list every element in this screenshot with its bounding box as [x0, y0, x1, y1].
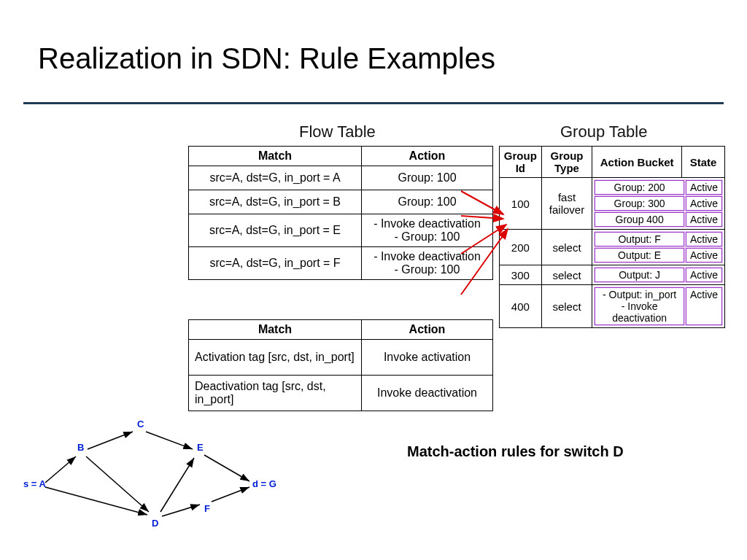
slide-title: Realization in SDN: Rule Examples: [38, 42, 495, 75]
svg-line-7: [45, 487, 147, 515]
col-group-id: Group Id: [500, 147, 542, 178]
bucket-state: Active: [686, 232, 722, 246]
node-f: F: [204, 503, 210, 514]
svg-line-5: [88, 432, 133, 449]
flow-table-2: Match Action Activation tag [src, dst, i…: [188, 319, 493, 411]
node-g: d = G: [252, 478, 276, 489]
bucket-state: Active: [686, 248, 722, 262]
group-table-label: Group Table: [560, 122, 647, 141]
bucket-item: Output: F: [595, 232, 684, 246]
svg-line-6: [86, 456, 149, 512]
bucket-state: Active: [686, 287, 722, 325]
table-row: src=A, dst=G, in_port = F- Invoke deacti…: [189, 247, 493, 280]
group-table: Group Id Group Type Action Bucket State …: [499, 146, 725, 328]
table-row: 300 select Output: JActive: [500, 265, 725, 285]
table-row: src=A, dst=G, in_port = E- Invoke deacti…: [189, 214, 493, 247]
col-group-type: Group Type: [541, 147, 592, 178]
table-row: 200 select Output: FActive Output: EActi…: [500, 230, 725, 265]
bucket-item: Group 400: [595, 212, 684, 227]
bucket-state: Active: [686, 196, 722, 211]
node-d: D: [152, 518, 158, 529]
svg-line-8: [146, 432, 193, 449]
node-c: C: [137, 419, 144, 429]
table-row: src=A, dst=G, in_port = BGroup: 100: [189, 190, 493, 214]
title-rule: [23, 102, 724, 104]
caption: Match-action rules for switch D: [407, 443, 624, 460]
bucket-item: Group: 200: [595, 180, 684, 195]
col-action: Action: [362, 147, 493, 166]
col-match: Match: [189, 147, 362, 166]
bucket-item: Output: J: [595, 268, 684, 282]
flow-table-label: Flow Table: [299, 122, 376, 141]
bucket-item: Group: 300: [595, 196, 684, 211]
node-a: s = A: [23, 478, 47, 489]
node-e: E: [197, 442, 204, 453]
flow-table-1: Match Action src=A, dst=G, in_port = AGr…: [188, 146, 493, 280]
bucket-item: - Output: in_port - Invoke deactivation: [595, 287, 684, 325]
table-row: 100 fast failover Group: 200Active Group…: [500, 178, 725, 230]
col-action-bucket: Action Bucket: [592, 147, 682, 178]
bucket-state: Active: [686, 180, 722, 195]
col-action: Action: [362, 320, 493, 340]
node-b: B: [77, 442, 84, 453]
svg-line-12: [212, 487, 249, 502]
svg-line-9: [160, 458, 194, 512]
svg-line-10: [162, 505, 200, 516]
bucket-item: Output: E: [595, 248, 684, 262]
table-row: 400 select - Output: in_port - Invoke de…: [500, 285, 725, 328]
col-state: State: [682, 147, 725, 178]
table-row: Activation tag [src, dst, in_port]Invoke…: [189, 340, 493, 376]
col-match: Match: [189, 320, 362, 340]
svg-line-4: [45, 456, 76, 483]
network-graph: s = A B C D E F d = G: [23, 416, 286, 532]
table-row: src=A, dst=G, in_port = AGroup: 100: [189, 166, 493, 190]
bucket-state: Active: [686, 212, 722, 227]
bucket-state: Active: [686, 268, 722, 282]
table-row: Deactivation tag [src, dst, in_port]Invo…: [189, 376, 493, 411]
svg-line-11: [204, 455, 249, 481]
